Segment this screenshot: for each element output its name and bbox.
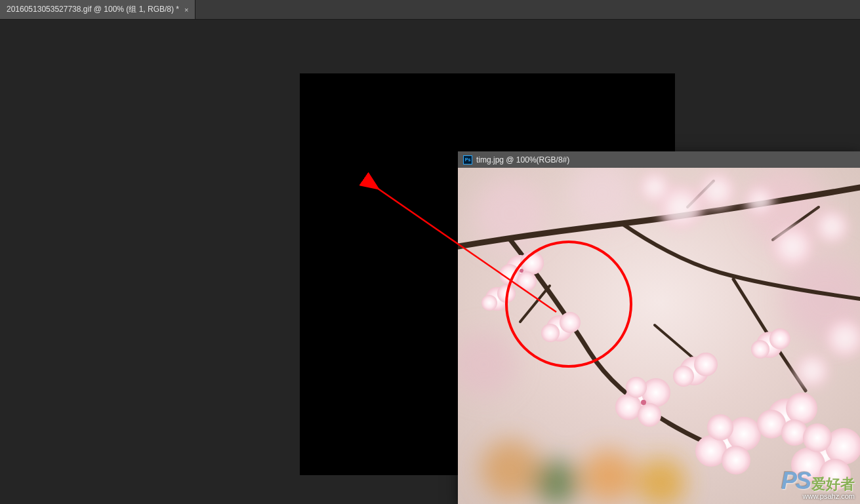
svg-point-24 [497,284,516,303]
svg-point-44 [786,393,817,424]
photoshop-icon: Ps [463,155,472,165]
svg-point-19 [520,251,544,275]
tab-title: 20160513053527738.gif @ 100% (组 1, RGB/8… [7,4,179,15]
svg-point-22 [520,269,523,273]
svg-point-12 [639,172,670,203]
svg-point-54 [751,340,769,359]
svg-point-27 [560,312,581,333]
svg-point-14 [815,210,849,244]
svg-point-6 [481,440,540,499]
document-tab-active[interactable]: 20160513053527738.gif @ 100% (组 1, RGB/8… [0,0,195,19]
svg-point-53 [769,328,790,349]
svg-point-21 [517,271,537,291]
svg-point-41 [722,446,750,475]
floating-window-title: timg.jpg @ 100%(RGB/8#) [476,155,569,165]
svg-point-32 [638,403,661,427]
svg-point-50 [819,459,851,490]
svg-point-31 [615,394,642,420]
svg-point-37 [673,366,694,387]
svg-point-28 [541,324,560,342]
svg-point-25 [481,295,497,311]
svg-point-51 [803,423,832,452]
svg-point-7 [533,459,579,504]
svg-point-33 [626,377,647,398]
close-icon[interactable]: × [184,6,188,14]
document-tab-bar: 20160513053527738.gif @ 100% (组 1, RGB/8… [0,0,860,20]
floating-window-titlebar[interactable]: Ps timg.jpg @ 100%(RGB/8#) [458,151,860,168]
svg-point-13 [771,225,813,267]
svg-point-15 [745,186,774,215]
svg-point-34 [641,400,646,405]
svg-point-36 [694,353,718,376]
svg-point-8 [583,450,635,502]
svg-point-11 [699,172,735,209]
svg-point-17 [795,354,829,388]
floating-document-window[interactable]: Ps timg.jpg @ 100%(RGB/8#) [458,151,860,504]
cherry-blossom-image [458,168,860,504]
floating-image-canvas[interactable] [458,168,860,504]
svg-point-42 [707,414,733,440]
